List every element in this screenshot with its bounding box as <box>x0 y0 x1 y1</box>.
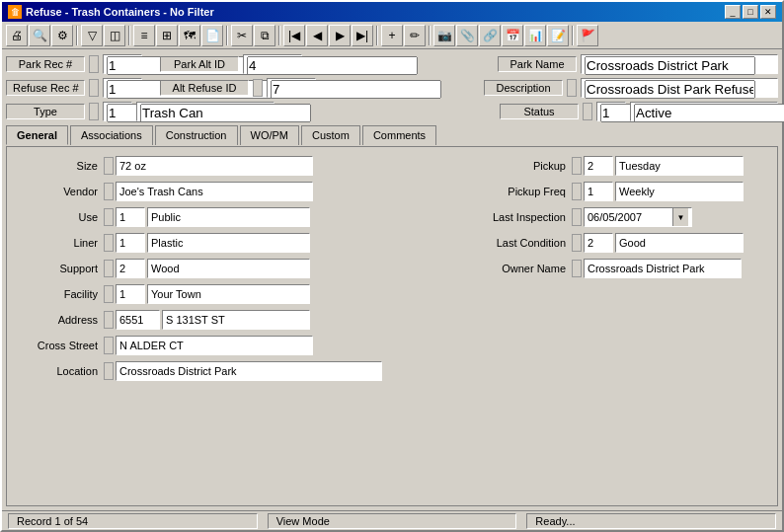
owner-name-label: Owner Name <box>473 263 572 274</box>
last-condition-value-input[interactable] <box>615 233 744 253</box>
last-condition-num-input[interactable] <box>584 233 613 253</box>
edit-button[interactable]: ✏ <box>404 25 426 46</box>
separator-1 <box>76 26 78 45</box>
facility-marker <box>104 285 114 303</box>
tab-associations[interactable]: Associations <box>70 125 153 145</box>
last-condition-label: Last Condition <box>473 237 572 249</box>
last-button[interactable]: ▶| <box>352 25 373 46</box>
tabs: General Associations Construction WO/PM … <box>6 124 778 144</box>
size-marker <box>104 157 114 175</box>
minimize-button[interactable]: _ <box>725 5 741 19</box>
tab-comments[interactable]: Comments <box>362 125 436 145</box>
status-label: Status <box>500 104 579 119</box>
support-input-wrapper <box>104 259 310 278</box>
content-area: Park Rec # Park Alt ID Park Name Refuse … <box>2 49 782 510</box>
report-button[interactable]: 📄 <box>201 25 223 46</box>
description-marker <box>567 79 577 97</box>
status-value-input[interactable] <box>630 102 778 121</box>
add-button[interactable]: + <box>381 25 403 46</box>
address-street-input[interactable] <box>162 310 310 330</box>
park-name-input[interactable] <box>581 54 778 74</box>
refuse-rec-input[interactable] <box>103 78 142 98</box>
cross-street-label: Cross Street <box>15 340 104 351</box>
last-inspection-value: 06/05/2007 <box>588 211 672 223</box>
status-marker <box>583 103 592 120</box>
support-value-input[interactable] <box>147 259 310 278</box>
cross-street-row: Cross Street <box>15 335 453 356</box>
use-value-input[interactable] <box>147 207 310 227</box>
location-input-wrapper <box>104 361 382 381</box>
cross-street-input[interactable] <box>116 336 313 355</box>
type-num-input[interactable] <box>103 102 132 121</box>
status-bar: Record 1 of 54 View Mode Ready... <box>2 510 782 530</box>
header-row-2: Refuse Rec # Alt Refuse ID Description <box>6 77 778 99</box>
chart-button[interactable]: 📊 <box>524 25 546 46</box>
liner-num-input[interactable] <box>116 233 145 253</box>
liner-value-input[interactable] <box>147 233 310 253</box>
status-num-input[interactable] <box>596 102 626 121</box>
last-inspection-dropdown[interactable]: 06/05/2007 ▼ <box>584 207 692 227</box>
tools-button[interactable]: ⚙ <box>51 25 73 46</box>
support-marker <box>104 260 114 277</box>
description-input[interactable] <box>581 78 778 98</box>
alt-refuse-id-input[interactable] <box>267 78 316 98</box>
print-button[interactable]: 🖨 <box>6 25 28 46</box>
liner-row: Liner <box>15 232 453 254</box>
header-row-1: Park Rec # Park Alt ID Park Name <box>6 53 778 75</box>
tab-custom[interactable]: Custom <box>301 125 360 145</box>
use-label: Use <box>15 211 104 223</box>
owner-name-marker <box>572 260 582 277</box>
list-button[interactable]: ≡ <box>133 25 155 46</box>
tab-general[interactable]: General <box>6 125 68 145</box>
prev-button[interactable]: ◀ <box>306 25 328 46</box>
filter-button[interactable]: ▽ <box>81 25 103 46</box>
pickup-freq-label: Pickup Freq <box>473 186 572 197</box>
owner-name-input-wrapper <box>572 259 742 278</box>
title-buttons: _ □ ✕ <box>725 5 776 19</box>
pickup-value-input[interactable] <box>615 156 744 176</box>
size-input[interactable] <box>116 156 313 176</box>
pickup-freq-num-input[interactable] <box>584 182 613 201</box>
close-button[interactable]: ✕ <box>760 5 776 19</box>
filter2-button[interactable]: ◫ <box>104 25 125 46</box>
pickup-num-input[interactable] <box>584 156 613 176</box>
separator-5 <box>376 26 378 45</box>
park-alt-id-input[interactable] <box>243 54 302 74</box>
flag-button[interactable]: 🚩 <box>577 25 598 46</box>
pickup-freq-value-input[interactable] <box>615 182 744 201</box>
next-button[interactable]: ▶ <box>329 25 351 46</box>
facility-num-input[interactable] <box>116 284 145 304</box>
dropdown-arrow-icon[interactable]: ▼ <box>672 208 688 226</box>
ready-status: Ready... <box>526 513 776 529</box>
cut-button[interactable]: ✂ <box>231 25 253 46</box>
use-num-input[interactable] <box>116 207 145 227</box>
facility-value-input[interactable] <box>147 284 310 304</box>
location-input[interactable] <box>116 361 382 381</box>
tab-construction[interactable]: Construction <box>155 125 238 145</box>
maximize-button[interactable]: □ <box>743 5 758 19</box>
address-num-input[interactable] <box>116 310 160 330</box>
owner-name-input[interactable] <box>584 259 742 278</box>
copy-button[interactable]: ⧉ <box>254 25 275 46</box>
search-button[interactable]: 🔍 <box>29 25 50 46</box>
calendar-button[interactable]: 📅 <box>502 25 523 46</box>
map-button[interactable]: 🗺 <box>179 25 200 46</box>
note-button[interactable]: 📝 <box>547 25 569 46</box>
tab-content: Size Vendor <box>6 146 778 506</box>
main-window: 🗑 Refuse - Trash Containers - No Filter … <box>0 0 784 532</box>
vendor-input[interactable] <box>116 182 313 201</box>
attach-button[interactable]: 📎 <box>456 25 478 46</box>
photo-button[interactable]: 📷 <box>433 25 455 46</box>
last-inspection-row: Last Inspection 06/05/2007 ▼ <box>473 206 769 228</box>
type-value-input[interactable] <box>136 102 274 121</box>
pickup-freq-row: Pickup Freq <box>473 181 769 202</box>
type-marker <box>89 103 99 120</box>
support-num-input[interactable] <box>116 259 145 278</box>
use-row: Use <box>15 206 453 228</box>
link-button[interactable]: 🔗 <box>479 25 501 46</box>
first-button[interactable]: |◀ <box>283 25 305 46</box>
liner-input-wrapper <box>104 233 310 253</box>
grid-button[interactable]: ⊞ <box>156 25 178 46</box>
park-rec-input[interactable] <box>103 54 142 74</box>
tab-wo-pm[interactable]: WO/PM <box>240 125 300 145</box>
